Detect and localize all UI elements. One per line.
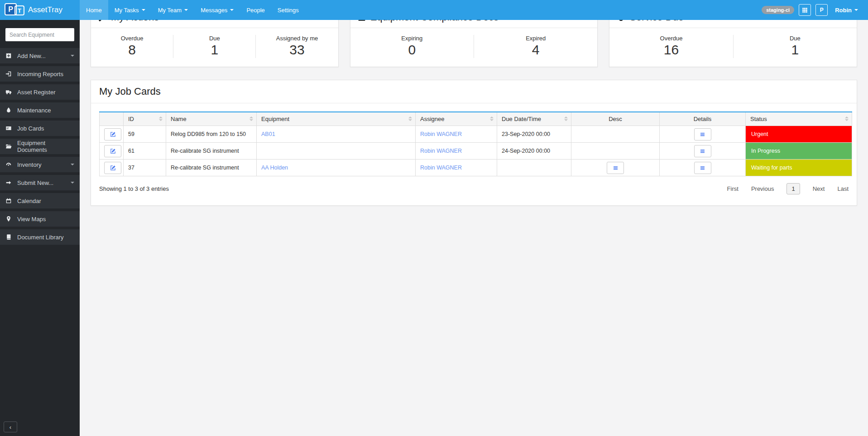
job-row: 59Relog DD985 from 120 to 150AB01Robin W… — [100, 126, 852, 143]
stat-expired: Expired4 — [474, 35, 597, 58]
stat-label: Assigned by me — [256, 35, 338, 42]
sidebar-item-job-cards[interactable]: Job Cards — [0, 121, 80, 136]
card-stats: Overdue16Due1 — [609, 28, 857, 67]
edit-icon — [110, 165, 116, 171]
stat-value: 8 — [91, 42, 173, 58]
col-header-details: Details — [660, 112, 746, 126]
sidebar-item-add-new[interactable]: Add New... — [0, 48, 80, 63]
details-cell — [660, 143, 746, 160]
sort-icon — [564, 116, 568, 121]
chevron-down-icon — [142, 9, 145, 11]
card-icon — [5, 125, 13, 131]
nav-item-messages[interactable]: Messages — [194, 0, 240, 20]
job-assignee: Robin WAGNER — [416, 160, 497, 176]
stat-label: Due — [734, 35, 857, 42]
stat-due: Due1 — [173, 35, 255, 58]
sidebar-item-calendar[interactable]: Calendar — [0, 193, 80, 208]
stat-value: 33 — [256, 42, 338, 58]
assignee-link[interactable]: Robin WAGNER — [420, 148, 462, 154]
stat-value: 16 — [609, 42, 733, 58]
logo-letter-t: T — [14, 5, 24, 15]
equipment-link[interactable]: AB01 — [261, 131, 275, 137]
nav-item-my-tasks[interactable]: My Tasks — [108, 0, 152, 20]
sidebar-item-incoming-reports[interactable]: Incoming Reports — [0, 66, 80, 82]
col-header-edit — [100, 112, 124, 126]
job-due — [497, 160, 571, 176]
list-icon — [613, 165, 619, 171]
sidebar-item-submit-new[interactable]: Submit New... — [0, 175, 80, 190]
stat-overdue: Overdue16 — [609, 35, 733, 58]
edit-icon — [110, 148, 116, 154]
status-cell: Urgent — [746, 126, 852, 143]
search-equipment-input[interactable] — [5, 28, 74, 41]
status-cell: In Progress — [746, 143, 852, 160]
chevron-down-icon — [854, 9, 858, 11]
equipment-link[interactable]: AA Holden — [261, 165, 288, 171]
sidebar-item-view-maps[interactable]: View Maps — [0, 211, 80, 227]
page-next[interactable]: Next — [813, 185, 825, 192]
job-id: 61 — [124, 143, 166, 160]
details-button[interactable] — [694, 162, 711, 174]
page-previous[interactable]: Previous — [751, 185, 774, 192]
table-footer: Showing 1 to 3 of 3 entries FirstPreviou… — [99, 183, 849, 197]
page-first[interactable]: First — [727, 185, 739, 192]
job-id: 59 — [124, 126, 166, 143]
sidebar: Add New...Incoming ReportsAsset Register… — [0, 20, 80, 436]
page-1[interactable]: 1 — [786, 183, 800, 194]
sort-icon — [845, 116, 849, 121]
col-header-due-date-time[interactable]: Due Date/Time — [497, 112, 571, 126]
assignee-link[interactable]: Robin WAGNER — [420, 131, 462, 137]
p-app-button[interactable]: P — [815, 4, 828, 16]
job-equipment — [257, 143, 416, 160]
stat-expiring: Expiring0 — [350, 35, 474, 58]
sort-icon — [490, 116, 494, 121]
sort-icon — [159, 116, 163, 121]
edit-job-button[interactable] — [104, 145, 121, 157]
jobs-table: IDNameEquipmentAssigneeDue Date/TimeDesc… — [99, 111, 852, 177]
col-header-name[interactable]: Name — [166, 112, 257, 126]
desc-button[interactable] — [607, 162, 624, 174]
sidebar-item-inventory[interactable]: Inventory — [0, 157, 80, 172]
col-header-id[interactable]: ID — [124, 112, 166, 126]
col-header-status[interactable]: Status — [746, 112, 852, 126]
edit-job-button[interactable] — [104, 128, 121, 140]
user-menu[interactable]: Robin — [835, 7, 858, 14]
sign-in-icon — [5, 71, 13, 77]
book-icon — [5, 234, 13, 240]
col-header-equipment[interactable]: Equipment — [257, 112, 416, 126]
nav-item-settings[interactable]: Settings — [271, 0, 305, 20]
stat-label: Overdue — [91, 35, 173, 42]
sidebar-item-document-library[interactable]: Document Library — [0, 229, 80, 245]
sidebar-collapse-button[interactable]: ‹ — [4, 421, 17, 432]
sort-icon — [408, 116, 412, 121]
jobs-header-row: IDNameEquipmentAssigneeDue Date/TimeDesc… — [100, 112, 852, 126]
arrow-right-icon — [5, 179, 13, 186]
stat-label: Due — [173, 35, 255, 42]
details-button[interactable] — [694, 145, 711, 157]
list-icon — [700, 131, 705, 137]
edit-job-button[interactable] — [104, 162, 121, 174]
sort-icon — [249, 116, 253, 121]
sidebar-item-asset-register[interactable]: Asset Register — [0, 84, 80, 100]
status-badge: Waiting for parts — [746, 160, 852, 176]
sidebar-item-maintenance[interactable]: Maintenance — [0, 102, 80, 118]
sidebar-menu: Add New...Incoming ReportsAsset Register… — [0, 48, 80, 245]
app-brand[interactable]: P T AssetTray — [0, 0, 80, 20]
job-due: 24-Sep-2020 00:00 — [497, 143, 571, 160]
details-button[interactable] — [694, 128, 711, 140]
nav-item-people[interactable]: People — [240, 0, 271, 20]
col-header-assignee[interactable]: Assignee — [416, 112, 497, 126]
navbar-right: staging-ci P Robin — [762, 0, 868, 20]
chevron-down-icon — [71, 182, 74, 184]
assignee-link[interactable]: Robin WAGNER — [420, 165, 462, 171]
status-badge: In Progress — [746, 143, 852, 159]
user-name: Robin — [835, 7, 852, 14]
sidebar-item-equipment-documents[interactable]: Equipment Documents — [0, 139, 80, 154]
card-stats: Overdue8Due1Assigned by me33 — [91, 28, 338, 67]
apps-grid-button[interactable] — [799, 4, 811, 16]
page-last[interactable]: Last — [837, 185, 849, 192]
nav-item-home[interactable]: Home — [80, 0, 108, 20]
status-badge: Urgent — [746, 126, 852, 142]
nav-item-my-team[interactable]: My Team — [152, 0, 195, 20]
desc-cell — [571, 143, 660, 160]
